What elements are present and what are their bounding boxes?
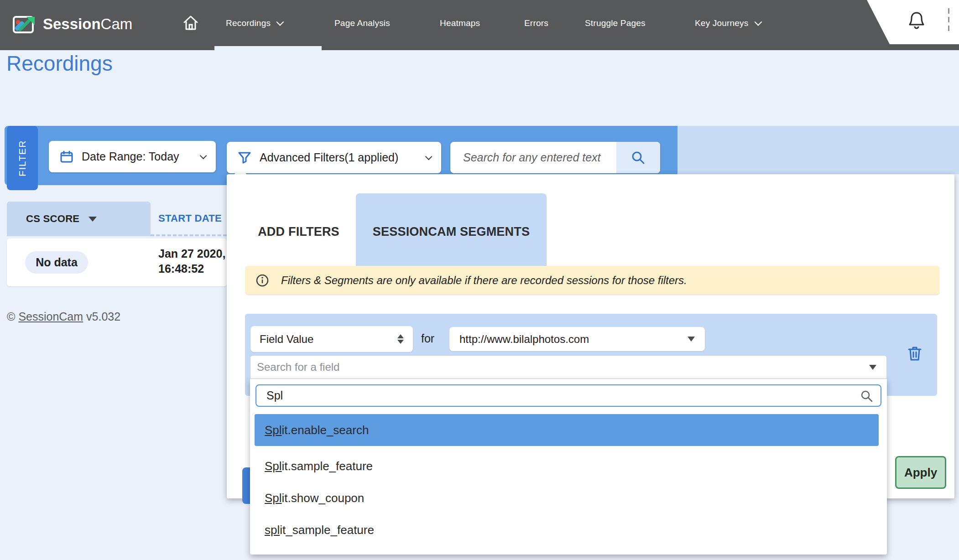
advanced-filters-label: Advanced Filters(1 applied) — [260, 151, 398, 164]
filter-type-select[interactable]: Field Value — [250, 326, 413, 352]
for-label: for — [421, 332, 434, 345]
panel-caret — [234, 167, 247, 175]
home-icon[interactable] — [182, 14, 200, 32]
tab-add-filters[interactable]: ADD FILTERS — [245, 193, 352, 270]
field-autocomplete-dropdown: Split.enable_search Split.sample_feature… — [250, 379, 887, 555]
notifications-bell-icon[interactable] — [908, 11, 925, 30]
filter-side-tab[interactable]: FILTER — [7, 126, 38, 190]
sessioncam-logo-text: SessionCam — [43, 9, 132, 39]
sessioncam-link[interactable]: SessionCam — [18, 310, 83, 323]
chevron-down-icon — [754, 18, 762, 26]
site-select[interactable]: http://www.bilalphotos.com — [449, 327, 705, 351]
date-range-button[interactable]: Date Range: Today — [49, 141, 216, 172]
info-banner-text: Filters & Segments are only available if… — [281, 274, 687, 287]
info-icon — [255, 274, 269, 287]
info-banner: Filters & Segments are only available if… — [245, 266, 939, 295]
overflow-menu-icon[interactable] — [948, 8, 949, 33]
field-combo[interactable]: Search for a field — [250, 355, 887, 379]
sessioncam-logo-icon — [13, 14, 36, 34]
date-range-label: Date Range: Today — [82, 150, 179, 163]
text-search-input[interactable] — [450, 151, 616, 164]
search-icon — [631, 150, 646, 166]
sort-desc-icon — [89, 217, 97, 222]
sessioncam-logo[interactable]: SessionCam — [13, 9, 132, 39]
nav-item-heatmaps[interactable]: Heatmaps — [440, 0, 480, 46]
nav-item-recordings[interactable]: Recordings — [226, 0, 281, 46]
search-icon — [860, 389, 873, 403]
nav-item-recordings-label: Recordings — [226, 18, 271, 28]
chevron-down-icon — [200, 152, 207, 160]
calendar-icon — [60, 150, 73, 164]
site-select-value: http://www.bilalphotos.com — [459, 333, 589, 346]
delete-filter-icon[interactable] — [908, 346, 922, 361]
nav-item-errors[interactable]: Errors — [524, 0, 548, 46]
funnel-filter-icon — [238, 151, 251, 165]
column-divider-dashed — [151, 234, 227, 236]
nav-item-key-journeys[interactable]: Key Journeys — [695, 0, 760, 46]
cs-score-badge: No data — [25, 251, 88, 274]
column-header-cs-score[interactable]: CS SCORE — [7, 202, 151, 236]
field-combo-placeholder: Search for a field — [257, 361, 339, 373]
field-search-input[interactable] — [266, 389, 860, 402]
sessioncam-app: SessionCam Recordings Page Analysis Heat… — [0, 0, 959, 560]
nav-item-struggle-pages[interactable]: Struggle Pages — [585, 0, 646, 46]
top-nav: SessionCam Recordings Page Analysis Heat… — [0, 0, 959, 50]
start-date-cell: Jan 27 2020, 16:48:52 — [158, 246, 225, 276]
chevron-down-icon — [425, 153, 433, 161]
active-nav-indicator — [214, 46, 322, 50]
field-option-split-sample-feature-underscore[interactable]: split_sample_feature — [255, 514, 879, 546]
apply-button[interactable]: Apply — [895, 456, 946, 489]
page-title: Recordings — [6, 51, 113, 76]
text-search — [450, 142, 660, 173]
dropdown-arrow-icon — [869, 365, 876, 370]
field-option-split-sample-feature[interactable]: Split.sample_feature — [255, 450, 879, 482]
chevron-down-icon — [276, 18, 284, 26]
copyright-footer: © SessionCam v5.032 — [7, 310, 120, 323]
field-search-box — [255, 384, 881, 407]
field-option-split-show-coupon[interactable]: Split.show_coupon — [255, 482, 879, 514]
search-button[interactable] — [616, 142, 660, 173]
select-spinner-icon — [397, 334, 404, 344]
filter-type-value: Field Value — [260, 333, 313, 346]
column-header-start-date[interactable]: START DATE — [158, 213, 222, 224]
advanced-filters-button[interactable]: Advanced Filters(1 applied) — [227, 142, 441, 173]
tab-sessioncam-segments[interactable]: SESSIONCAM SEGMENTS — [356, 193, 547, 270]
nav-corner-wedge — [849, 0, 959, 44]
dropdown-arrow-icon — [688, 337, 695, 342]
field-option-split-enable-search[interactable]: Split.enable_search — [255, 414, 879, 446]
nav-item-page-analysis[interactable]: Page Analysis — [334, 0, 390, 46]
filter-bar-extension — [678, 126, 959, 174]
